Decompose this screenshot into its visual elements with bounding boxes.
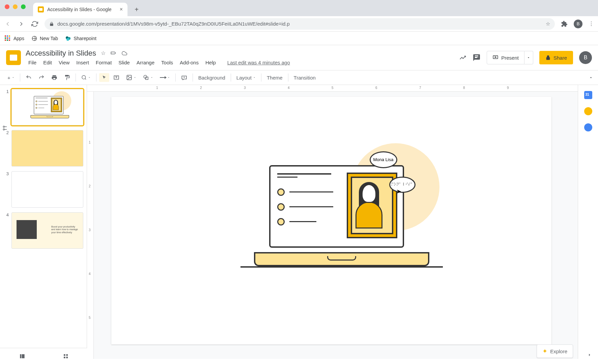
browser-profile-avatar[interactable]: B [574, 20, 582, 28]
slide-panel[interactable]: 1 2 3 4 Boost your productivity and lear… [0, 85, 87, 359]
document-header: Accessibility in Slides ☆ File Edit View… [0, 45, 598, 70]
calendar-icon[interactable] [584, 91, 592, 99]
keep-icon[interactable] [584, 107, 592, 115]
layout-button[interactable]: Layout [234, 73, 258, 83]
forward-button[interactable] [18, 21, 25, 27]
speech-bubble-braille: ⠍⠕⠝⠁ ⠇⠊⠎⠁ [389, 177, 416, 193]
maximize-window-icon[interactable] [21, 4, 26, 9]
horizontal-ruler: 1 2 3 4 5 6 7 8 9 [87, 85, 578, 92]
menu-help[interactable]: Help [203, 58, 219, 67]
back-button[interactable] [4, 21, 11, 27]
background-button[interactable]: Background [196, 73, 228, 83]
line-tool[interactable] [157, 74, 173, 81]
shape-tool[interactable] [140, 72, 156, 83]
close-tab-icon[interactable]: × [120, 6, 123, 12]
reload-button[interactable] [31, 21, 38, 27]
redo-button[interactable] [36, 72, 47, 83]
chevron-right-icon [587, 353, 592, 357]
browser-tab[interactable]: Accessibility in Slides - Google × [33, 3, 127, 16]
last-edit-link[interactable]: Last edit was 4 minutes ago [225, 58, 293, 67]
line-icon [160, 77, 166, 78]
cloud-status-icon[interactable] [121, 51, 128, 56]
select-tool[interactable] [99, 73, 109, 82]
new-slide-button[interactable]: + [5, 73, 17, 83]
slide-thumbnail-2[interactable]: 2 [3, 130, 83, 166]
slide-canvas[interactable]: Mona Lisa ⠍⠕⠝⠁ ⠇⠊⠎⠁ [111, 97, 551, 344]
side-panel [578, 85, 598, 359]
explore-button[interactable]: ✦ Explore [537, 344, 573, 358]
grid-view-icon[interactable] [63, 354, 68, 359]
canvas-area[interactable]: 1 2 3 4 5 6 7 8 9 1 2 3 4 5 [87, 85, 578, 359]
menu-format[interactable]: Format [93, 58, 115, 67]
svg-point-3 [66, 38, 69, 41]
speaker-notes-icon[interactable] [2, 125, 7, 131]
globe-icon [32, 36, 37, 41]
workspace: 1 2 3 4 Boost your productivity and lear… [0, 85, 598, 359]
bookmark-sharepoint[interactable]: Sharepoint [65, 36, 96, 41]
chevron-down-icon [167, 76, 170, 79]
svg-point-12 [3, 129, 4, 130]
slide-thumbnail-4[interactable]: 4 Boost your productivity and learn how … [3, 212, 83, 249]
browser-menu-icon[interactable]: ⋮ [589, 21, 594, 27]
star-icon[interactable]: ☆ [101, 50, 106, 56]
zoom-button[interactable] [79, 73, 93, 82]
slides-logo-icon[interactable] [6, 50, 21, 65]
undo-button[interactable] [23, 72, 34, 83]
cursor-icon [102, 75, 107, 80]
image-icon [126, 74, 132, 81]
menu-tools[interactable]: Tools [159, 58, 176, 67]
svg-rect-13 [20, 354, 21, 358]
new-tab-button[interactable]: + [132, 4, 142, 14]
bookmark-star-icon[interactable]: ☆ [546, 21, 550, 27]
apps-shortcut[interactable]: Apps [5, 35, 24, 41]
svg-rect-18 [66, 357, 68, 358]
print-button[interactable] [49, 72, 60, 83]
svg-rect-16 [66, 354, 68, 356]
transition-button[interactable]: Transition [291, 73, 318, 83]
browser-tab-strip: Accessibility in Slides - Google × + [0, 0, 598, 16]
slide-thumbnail-3[interactable]: 3 [3, 171, 83, 208]
shape-icon [143, 74, 149, 81]
svg-point-8 [128, 76, 129, 77]
activity-icon[interactable] [459, 54, 466, 61]
menu-edit[interactable]: Edit [40, 58, 55, 67]
url-input[interactable]: docs.google.com/presentation/d/1MVs98m-v… [45, 18, 555, 30]
menu-slide[interactable]: Slide [116, 58, 132, 67]
menu-insert[interactable]: Insert [74, 58, 92, 67]
account-avatar[interactable]: B [579, 51, 592, 64]
present-button[interactable]: Present [487, 51, 524, 64]
svg-rect-17 [64, 357, 65, 358]
comment-button[interactable] [178, 72, 190, 83]
menu-file[interactable]: File [26, 58, 39, 67]
svg-rect-14 [22, 354, 24, 358]
bookmark-new-tab[interactable]: New Tab [32, 36, 58, 41]
textbox-tool[interactable] [111, 72, 122, 83]
extensions-icon[interactable] [561, 21, 568, 27]
present-dropdown[interactable] [524, 51, 533, 64]
close-window-icon[interactable] [5, 4, 9, 9]
side-panel-toggle[interactable] [587, 353, 592, 357]
chevron-down-icon [88, 76, 91, 79]
vertical-ruler: 1 2 3 4 5 [87, 92, 94, 359]
document-title[interactable]: Accessibility in Slides [26, 49, 96, 58]
share-button[interactable]: Share [539, 51, 573, 64]
comments-icon[interactable] [473, 54, 481, 62]
move-icon[interactable] [110, 50, 116, 56]
slide-illustration: Mona Lisa ⠍⠕⠝⠁ ⠇⠊⠎⠁ [254, 165, 409, 266]
menu-arrange[interactable]: Arrange [134, 58, 157, 67]
bookmarks-bar: Apps New Tab Sharepoint [0, 32, 598, 45]
paint-format-button[interactable] [61, 72, 73, 83]
image-tool[interactable] [123, 72, 139, 83]
minimize-window-icon[interactable] [13, 4, 18, 9]
chevron-down-icon [527, 56, 530, 59]
menu-view[interactable]: View [56, 58, 72, 67]
slide-thumbnail-1[interactable]: 1 [3, 89, 83, 125]
theme-button[interactable]: Theme [264, 73, 285, 83]
text-box-icon [113, 74, 119, 81]
collapse-toolbar-icon[interactable] [589, 75, 593, 80]
filmstrip-view-icon[interactable] [19, 354, 26, 359]
tasks-icon[interactable] [584, 123, 592, 131]
menu-addons[interactable]: Add-ons [177, 58, 201, 67]
chevron-down-icon [12, 76, 15, 79]
svg-rect-15 [64, 354, 65, 356]
